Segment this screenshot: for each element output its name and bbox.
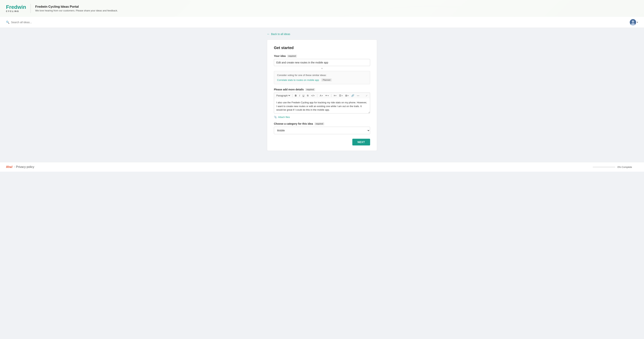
similar-ideas-box: Consider voting for one of these similar… bbox=[274, 71, 370, 84]
planned-status-badge: Planned bbox=[321, 78, 332, 82]
toolbar-align-button[interactable]: ≡ ▾ bbox=[333, 94, 338, 97]
align-icon: ≡ bbox=[334, 94, 335, 97]
progress-bar bbox=[593, 167, 615, 167]
logo-area: Fredwin CYCLING bbox=[6, 4, 26, 12]
caret-up-icon: ▲ bbox=[274, 67, 370, 70]
attach-files-row[interactable]: 📎 Attach files bbox=[274, 116, 370, 118]
brand-name-line1: Fredwin bbox=[6, 4, 26, 10]
rich-text-toolbar: Paragraph B I U S </> A ▾ ✏ ▾ bbox=[274, 92, 370, 98]
toolbar-table-button[interactable]: ⊞ ▾ bbox=[344, 94, 350, 97]
toolbar-italic-button[interactable]: I bbox=[298, 94, 301, 97]
attach-files-label: Attach files bbox=[278, 116, 290, 118]
user-avatar-wrap: ▾ bbox=[630, 19, 638, 26]
expand-icon: ⤢ bbox=[366, 94, 368, 97]
form-title: Get started bbox=[274, 46, 370, 50]
toolbar-strikethrough-button[interactable]: S bbox=[306, 94, 310, 97]
your-idea-required-badge: Required bbox=[287, 55, 297, 58]
footer-row: Aha! • Privacy policy 0% Complete bbox=[0, 162, 644, 172]
similar-ideas-text: Consider voting for one of these similar… bbox=[277, 74, 367, 76]
page-body: ← Back to all ideas Get started Your ide… bbox=[264, 28, 380, 162]
details-required-badge: Required bbox=[305, 88, 315, 91]
search-icon: 🔍 bbox=[6, 20, 10, 24]
attach-icon: 📎 bbox=[274, 116, 277, 118]
back-link[interactable]: ← Back to all ideas bbox=[267, 32, 290, 36]
toolbar-align-chevron: ▾ bbox=[336, 95, 336, 96]
footer-aha-label: Aha! bbox=[6, 165, 13, 169]
hr-icon: — bbox=[357, 94, 359, 97]
toolbar-hr-button[interactable]: — bbox=[356, 94, 360, 97]
toolbar-bold-button[interactable]: B bbox=[294, 94, 298, 97]
details-textarea[interactable]: I also use the Fredwin Cycling app for t… bbox=[274, 98, 370, 114]
search-bar: 🔍 ▾ bbox=[0, 17, 644, 28]
form-actions: NEXT bbox=[274, 139, 370, 146]
back-arrow-icon: ← bbox=[267, 32, 270, 36]
footer-aha-area: Aha! • Privacy policy bbox=[6, 165, 34, 169]
toolbar-table-chevron: ▾ bbox=[348, 95, 348, 96]
header-info: Fredwin Cycling Ideas Portal We love hea… bbox=[35, 5, 118, 12]
your-idea-label: Your idea Required bbox=[274, 54, 370, 58]
header-map: Fredwin CYCLING Fredwin Cycling Ideas Po… bbox=[0, 0, 644, 17]
toolbar-paragraph-select[interactable]: Paragraph bbox=[276, 94, 291, 97]
header-divider bbox=[30, 4, 31, 13]
details-field-group: Please add more details Required Paragra… bbox=[274, 88, 370, 118]
category-label: Choose a category for this idea Required bbox=[274, 122, 370, 125]
header-bar: Fredwin CYCLING Fredwin Cycling Ideas Po… bbox=[0, 0, 644, 17]
link-icon: 🔗 bbox=[351, 94, 354, 97]
toolbar-color-chevron: ▾ bbox=[322, 95, 323, 96]
your-idea-input[interactable] bbox=[274, 59, 370, 66]
category-field-group: Choose a category for this idea Required… bbox=[274, 122, 370, 134]
your-idea-field-group: Your idea Required ▲ Consider voting for… bbox=[274, 54, 370, 84]
toolbar-divider-1 bbox=[292, 94, 292, 97]
back-link-label: Back to all ideas bbox=[271, 32, 290, 36]
toolbar-list-chevron: ▾ bbox=[342, 95, 342, 96]
search-input[interactable] bbox=[11, 21, 52, 24]
toolbar-underline-button[interactable]: U bbox=[302, 94, 305, 97]
footer-separator: • bbox=[14, 165, 15, 169]
details-label: Please add more details Required bbox=[274, 88, 370, 91]
progress-area: 0% Complete bbox=[593, 166, 638, 168]
toolbar-list-button[interactable]: ☰ ▾ bbox=[338, 94, 344, 97]
form-card: Get started Your idea Required ▲ Conside… bbox=[267, 40, 377, 151]
toolbar-highlight-button[interactable]: ✏ ▾ bbox=[324, 94, 330, 97]
category-select[interactable]: Mobile Web App General Features Bug bbox=[274, 127, 370, 134]
portal-title: Fredwin Cycling Ideas Portal bbox=[35, 5, 118, 8]
category-required-badge: Required bbox=[314, 122, 324, 125]
user-menu-chevron-icon[interactable]: ▾ bbox=[637, 21, 638, 24]
table-icon: ⊞ bbox=[345, 94, 347, 97]
brand-name-line2: CYCLING bbox=[6, 10, 26, 12]
similar-idea-link[interactable]: Correlate stats to routes on mobile app bbox=[277, 78, 319, 82]
toolbar-code-button[interactable]: </> bbox=[310, 94, 316, 97]
toolbar-link-button[interactable]: 🔗 bbox=[350, 94, 355, 97]
toolbar-highlight-chevron: ▾ bbox=[328, 95, 329, 96]
next-button[interactable]: NEXT bbox=[352, 139, 370, 146]
list-icon: ☰ bbox=[339, 94, 341, 97]
similar-idea-item: Correlate stats to routes on mobile app … bbox=[277, 78, 367, 82]
toolbar-text-color-button[interactable]: A ▾ bbox=[319, 94, 324, 97]
progress-label: 0% Complete bbox=[618, 166, 632, 168]
svg-point-1 bbox=[632, 20, 634, 23]
portal-subtitle: We love hearing from our customers. Plea… bbox=[35, 9, 118, 12]
avatar[interactable] bbox=[630, 19, 636, 26]
privacy-policy-link[interactable]: Privacy policy bbox=[16, 165, 34, 169]
toolbar-expand-button[interactable]: ⤢ bbox=[365, 94, 368, 97]
